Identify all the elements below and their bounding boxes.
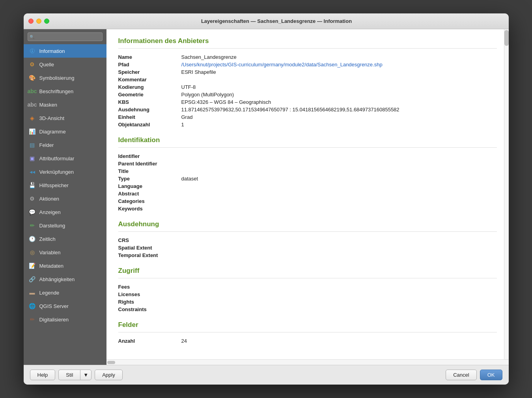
section-table-anbieter: NameSachsen_LandesgrenzePfad/Users/knut/… — [118, 53, 497, 128]
stil-button-group: Stil ▼ — [58, 370, 91, 380]
sidebar-item-masken[interactable]: abcMasken — [24, 98, 106, 111]
search-input[interactable] — [28, 32, 103, 41]
field-value-kbs: EPSG:4326 – WGS 84 – Geographisch — [181, 98, 497, 106]
table-row: Temporal Extent — [118, 252, 497, 259]
field-value-anzahl: 24 — [181, 337, 497, 345]
scrollbar-horizontal[interactable] — [106, 359, 509, 365]
field-label-language: Language — [118, 182, 181, 190]
sidebar-item-darstellung[interactable]: ✏Darstellung — [24, 219, 106, 232]
sidebar-item-3d-ansicht[interactable]: ◈3D-Ansicht — [24, 111, 106, 125]
sidebar-item-hilfsspeicher[interactable]: 💾Hilfsspeicher — [24, 178, 106, 192]
variablen-icon: ◎ — [28, 248, 36, 256]
sidebar-item-diagramme[interactable]: 📊Diagramme — [24, 125, 106, 138]
field-value-pfad[interactable]: /Users/knut/projects/GIS-curriculum/germ… — [181, 61, 497, 68]
sidebar-item-aktionen[interactable]: ⚙Aktionen — [24, 192, 106, 205]
table-row: EinheitGrad — [118, 113, 497, 121]
table-row: Typedataset — [118, 175, 497, 182]
section-divider-felder — [118, 332, 497, 332]
sidebar-item-qgis-server[interactable]: 🌐QGIS Server — [24, 299, 106, 313]
sidebar-item-beschriftungen[interactable]: abcBeschriftungen — [24, 84, 106, 98]
section-table-felder: Anzahl24 — [118, 337, 497, 345]
sidebar-item-symbolisierung[interactable]: 🎨Symbolisierung — [24, 71, 106, 84]
field-value-language — [181, 182, 497, 190]
field-value-constraints — [181, 306, 497, 313]
field-value-categories — [181, 197, 497, 205]
table-row: KBSEPSG:4326 – WGS 84 – Geographisch — [118, 98, 497, 106]
section-divider-ausdehnung — [118, 231, 497, 232]
table-row: Licenses — [118, 291, 497, 298]
field-value-licenses — [181, 291, 497, 298]
section-title-identifikation: Identifikation — [118, 136, 497, 144]
content-inner: Informationen des AnbietersNameSachsen_L… — [106, 29, 509, 359]
scrollbar-vertical[interactable] — [504, 29, 509, 359]
field-value-identifier — [181, 152, 497, 160]
cancel-button[interactable]: Cancel — [446, 370, 476, 380]
field-label-objektanzahl: Objektanzahl — [118, 121, 181, 128]
scrollbar-thumb[interactable] — [504, 30, 509, 46]
sidebar-item-label-legende: Legende — [39, 290, 60, 296]
table-row: Fees — [118, 283, 497, 291]
sidebar-items-list: 🛈Information⚙Quelle🎨SymbolisierungabcBes… — [24, 44, 106, 365]
table-row: KodierungUTF-8 — [118, 83, 497, 91]
stil-dropdown-button[interactable]: ▼ — [80, 370, 91, 380]
section-title-felder: Felder — [118, 321, 497, 329]
field-value-keywords — [181, 205, 497, 212]
table-row: Language — [118, 182, 497, 190]
sidebar-item-label-qgis-server: QGIS Server — [39, 303, 69, 309]
content-scroll-wrap: Informationen des AnbietersNameSachsen_L… — [106, 29, 509, 365]
traffic-lights — [28, 19, 49, 24]
sidebar-item-label-metadaten: Metadaten — [39, 263, 63, 269]
sidebar-item-label-variablen: Variablen — [39, 250, 61, 255]
content-area[interactable]: Informationen des AnbietersNameSachsen_L… — [106, 29, 509, 359]
sidebar-item-label-darstellung: Darstellung — [39, 223, 65, 229]
sidebar-item-digitalisieren[interactable]: ✏Digitalisieren — [24, 313, 106, 326]
sidebar-search-area — [24, 29, 106, 44]
scrollbar-h-thumb[interactable] — [107, 361, 115, 364]
sidebar-item-label-zeitlich: Zeitlich — [39, 236, 56, 242]
field-label-identifier: Identifier — [118, 152, 181, 160]
field-label-kommentar: Kommentar — [118, 76, 181, 83]
information-icon: 🛈 — [28, 47, 36, 55]
field-label-einheit: Einheit — [118, 113, 181, 121]
attributformular-icon: ▣ — [28, 154, 36, 162]
sidebar-item-variablen[interactable]: ◎Variablen — [24, 246, 106, 259]
ok-button[interactable]: OK — [480, 370, 502, 380]
sidebar-item-label-symbolisierung: Symbolisierung — [39, 75, 75, 81]
sidebar-item-information[interactable]: 🛈Information — [24, 44, 106, 58]
field-value-rights — [181, 298, 497, 306]
table-row: CRS — [118, 237, 497, 244]
3d-ansicht-icon: ◈ — [28, 114, 36, 122]
close-button[interactable] — [28, 19, 34, 24]
field-link-pfad[interactable]: /Users/knut/projects/GIS-curriculum/germ… — [181, 62, 383, 68]
field-label-abstract: Abstract — [118, 190, 181, 197]
apply-button[interactable]: Apply — [95, 370, 123, 380]
legende-icon: ▬ — [28, 289, 36, 297]
maximize-button[interactable] — [44, 19, 49, 24]
sidebar-item-zeitlich[interactable]: 🕐Zeitlich — [24, 232, 106, 246]
field-value-einheit: Grad — [181, 113, 497, 121]
minimize-button[interactable] — [36, 19, 41, 24]
sidebar-item-anzeigen[interactable]: 💬Anzeigen — [24, 205, 106, 219]
sidebar-item-attributformular[interactable]: ▣Attributformular — [24, 152, 106, 165]
table-row: Spatial Extent — [118, 244, 497, 252]
section-title-ausdehnung: Ausdehnung — [118, 220, 497, 228]
main-content: Informationen des AnbietersNameSachsen_L… — [106, 29, 509, 365]
field-value-crs — [181, 237, 497, 244]
sidebar-item-label-abhangigkeiten: Abhängigkeiten — [39, 276, 75, 282]
sidebar-item-felder[interactable]: ▤Felder — [24, 138, 106, 152]
sidebar-item-quelle[interactable]: ⚙Quelle — [24, 58, 106, 71]
sidebar-item-label-3d-ansicht: 3D-Ansicht — [39, 115, 65, 121]
field-label-speicher: Speicher — [118, 68, 181, 76]
field-value-speicher: ESRI Shapefile — [181, 68, 497, 76]
field-value-spatial-extent — [181, 244, 497, 252]
sidebar-item-verknupfungen[interactable]: ◂◂Verknüpfungen — [24, 165, 106, 178]
sidebar-item-label-diagramme: Diagramme — [39, 129, 66, 135]
help-button[interactable]: Help — [30, 370, 56, 380]
stil-button[interactable]: Stil — [58, 370, 80, 380]
sidebar-item-abhangigkeiten[interactable]: 🔗Abhängigkeiten — [24, 272, 106, 286]
section-title-anbieter: Informationen des Anbieters — [118, 37, 497, 45]
sidebar-item-metadaten[interactable]: 📝Metadaten — [24, 259, 106, 272]
sidebar-item-legende[interactable]: ▬Legende — [24, 286, 106, 299]
section-divider-zugriff — [118, 278, 497, 278]
table-row: Constraints — [118, 306, 497, 313]
